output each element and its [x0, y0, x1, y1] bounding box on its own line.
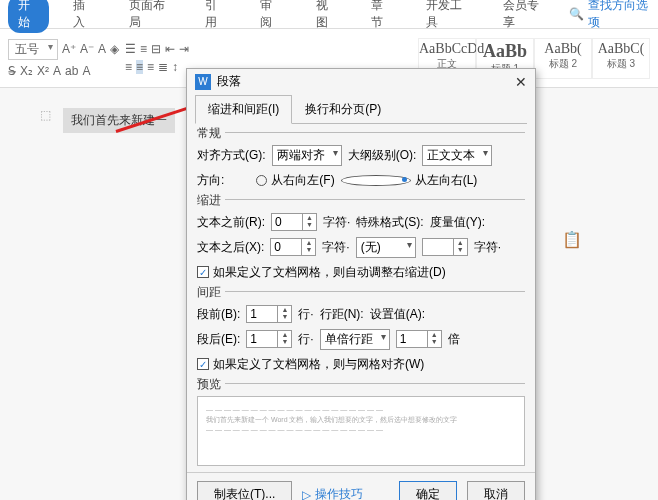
highlight-icon[interactable]: ab: [65, 64, 78, 78]
close-icon[interactable]: ✕: [515, 74, 527, 90]
tab-references[interactable]: 引用: [195, 0, 236, 33]
after-para-label: 段后(E):: [197, 331, 240, 348]
tab-member[interactable]: 会员专享: [493, 0, 556, 33]
align-justify-icon[interactable]: ≣: [158, 60, 168, 74]
set-value-spin[interactable]: ▲▼: [396, 330, 442, 348]
after-text-spin[interactable]: ▲▼: [270, 238, 316, 256]
char-format-icon[interactable]: A: [82, 64, 90, 78]
before-para-label: 段前(B):: [197, 306, 240, 323]
paragraph-dialog: W 段落 ✕ 缩进和间距(I) 换行和分页(P) 常规 对齐方式(G): 两端对…: [186, 68, 536, 500]
cancel-button[interactable]: 取消: [467, 481, 525, 500]
ok-button[interactable]: 确定: [399, 481, 457, 500]
search-icon: 🔍: [569, 7, 584, 21]
search-box[interactable]: 🔍查找方向选项: [569, 0, 650, 31]
style-heading2[interactable]: AaBb(标题 2: [534, 38, 592, 79]
direction-rtl-radio[interactable]: 从右向左(F): [256, 172, 334, 189]
legend-indent: 缩进: [197, 192, 225, 209]
app-icon: W: [195, 74, 211, 90]
tabstops-button[interactable]: 制表位(T)...: [197, 481, 292, 500]
line-spacing-select[interactable]: 单倍行距: [320, 329, 390, 350]
before-para-spin[interactable]: ▲▼: [246, 305, 292, 323]
legend-preview: 预览: [197, 376, 225, 393]
outline-select[interactable]: 正文文本: [422, 145, 492, 166]
legend-spacing: 间距: [197, 284, 225, 301]
tab-insert[interactable]: 插入: [63, 0, 104, 33]
indent-left-icon[interactable]: ⇤: [165, 42, 175, 56]
after-para-spin[interactable]: ▲▼: [246, 330, 292, 348]
tab-line-page-break[interactable]: 换行和分页(P): [292, 95, 394, 124]
line-spacing-label: 行距(N):: [320, 306, 364, 323]
align-left-icon[interactable]: ≡: [125, 60, 132, 74]
grid-align-checkbox[interactable]: ✓如果定义了文档网格，则与网格对齐(W): [197, 356, 424, 373]
font-size-combo[interactable]: 五号: [8, 39, 58, 60]
shrink-font-icon[interactable]: A⁻: [80, 42, 94, 56]
tab-dev[interactable]: 开发工具: [416, 0, 479, 33]
numbering-icon[interactable]: ≡: [140, 42, 147, 56]
align-right-icon[interactable]: ≡: [147, 60, 154, 74]
special-label: 特殊格式(S):: [356, 214, 423, 231]
grid-indent-checkbox[interactable]: ✓如果定义了文档网格，则自动调整右缩进(D): [197, 264, 446, 281]
unit-chars-2: 字符·: [322, 239, 349, 256]
tab-start[interactable]: 开始: [8, 0, 49, 33]
align-center-icon[interactable]: ≡: [136, 60, 143, 74]
multilevel-icon[interactable]: ⊟: [151, 42, 161, 56]
dialog-titlebar: W 段落 ✕: [187, 69, 535, 94]
menu-tabs: 开始 插入 页面布局 引用 审阅 视图 章节 开发工具 会员专享 🔍查找方向选项: [0, 0, 658, 28]
clipboard-icon[interactable]: 📋: [562, 230, 582, 249]
font-color-icon[interactable]: A: [53, 64, 61, 78]
tab-chapter[interactable]: 章节: [361, 0, 402, 33]
dialog-title: 段落: [217, 73, 241, 90]
measure-spin[interactable]: ▲▼: [422, 238, 468, 256]
subscript-icon[interactable]: X₂: [20, 64, 33, 78]
strike-icon[interactable]: S̶: [8, 64, 16, 78]
measure-label: 度量值(Y):: [430, 214, 485, 231]
before-text-label: 文本之前(R):: [197, 214, 265, 231]
line-spacing-icon[interactable]: ↕: [172, 60, 178, 74]
font-case-icon[interactable]: A: [98, 42, 106, 56]
after-text-label: 文本之后(X):: [197, 239, 264, 256]
tab-layout[interactable]: 页面布局: [119, 0, 182, 33]
unit-line-2: 行·: [298, 331, 313, 348]
outline-label: 大纲级别(O):: [348, 147, 417, 164]
before-text-spin[interactable]: ▲▼: [271, 213, 317, 231]
special-select[interactable]: (无): [356, 237, 416, 258]
indent-right-icon[interactable]: ⇥: [179, 42, 189, 56]
unit-chars-1: 字符·: [323, 214, 350, 231]
grow-font-icon[interactable]: A⁺: [62, 42, 76, 56]
tab-view[interactable]: 视图: [306, 0, 347, 33]
direction-ltr-radio[interactable]: 从左向右(L): [341, 172, 478, 189]
bullets-icon[interactable]: ☰: [125, 42, 136, 56]
align-select[interactable]: 两端对齐: [272, 145, 342, 166]
set-value-label: 设置值(A):: [370, 306, 425, 323]
unit-chars-3: 字符·: [474, 239, 501, 256]
tab-indent-spacing[interactable]: 缩进和间距(I): [195, 95, 292, 124]
para-marker-icon: ⬚: [40, 108, 51, 122]
play-icon: ▷: [302, 488, 311, 501]
unit-multiple: 倍: [448, 331, 460, 348]
unit-line-1: 行·: [298, 306, 313, 323]
superscript-icon[interactable]: X²: [37, 64, 49, 78]
legend-general: 常规: [197, 125, 225, 142]
tab-review[interactable]: 审阅: [250, 0, 291, 33]
preview-box: — — — — — — — — — — — — — — — — — — — — …: [197, 396, 525, 466]
direction-label: 方向:: [197, 172, 224, 189]
style-heading3[interactable]: AaBbC(标题 3: [592, 38, 650, 79]
tips-link[interactable]: ▷操作技巧: [302, 486, 363, 500]
align-label: 对齐方式(G):: [197, 147, 266, 164]
clear-format-icon[interactable]: ◈: [110, 42, 119, 56]
